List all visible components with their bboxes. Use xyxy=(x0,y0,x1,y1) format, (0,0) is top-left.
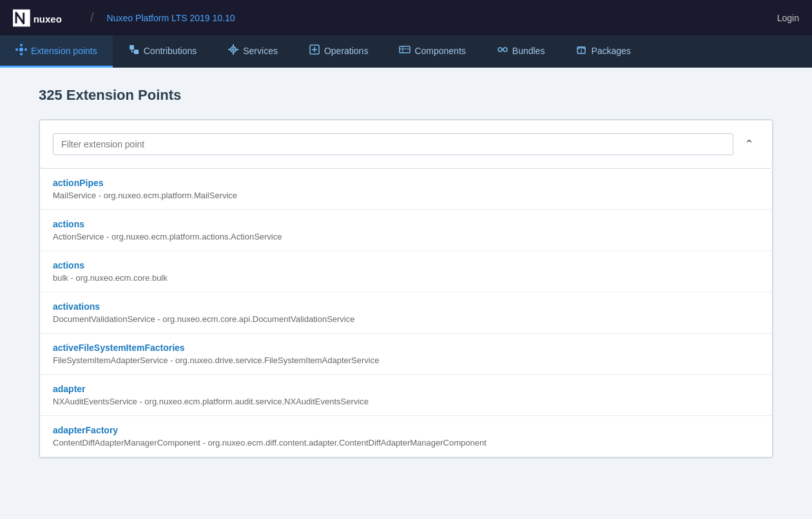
extension-point-description: FileSystemItemAdapterService - org.nuxeo… xyxy=(53,355,759,365)
tab-services-label: Services xyxy=(243,46,278,56)
filter-row: ⌃ xyxy=(53,133,759,155)
extension-point-description: NXAuditEventsService - org.nuxeo.ecm.pla… xyxy=(53,397,759,406)
components-icon xyxy=(399,44,411,58)
extension-point-name[interactable]: actions xyxy=(53,219,759,229)
svg-point-23 xyxy=(498,48,502,52)
list-item[interactable]: actionsActionService - org.nuxeo.ecm.pla… xyxy=(40,210,772,251)
tab-extension-points[interactable]: Extension points xyxy=(0,35,113,68)
extension-point-name[interactable]: activeFileSystemItemFactories xyxy=(53,343,759,353)
svg-point-5 xyxy=(15,48,18,51)
tab-contributions[interactable]: Contributions xyxy=(113,35,213,68)
extension-point-description: ContentDiffAdapterManagerComponent - org… xyxy=(53,438,759,448)
svg-point-12 xyxy=(232,48,235,51)
tab-services[interactable]: Services xyxy=(212,35,293,68)
extension-point-description: MailService - org.nuxeo.ecm.platform.Mai… xyxy=(53,191,759,200)
extension-point-description: DocumentValidationService - org.nuxeo.ec… xyxy=(53,314,759,324)
tab-bundles-label: Bundles xyxy=(512,46,545,56)
tab-packages-label: Packages xyxy=(591,46,630,56)
bundles-icon xyxy=(497,44,508,58)
login-button[interactable]: Login xyxy=(777,13,799,23)
svg-point-24 xyxy=(503,48,507,52)
extension-points-icon xyxy=(15,44,27,58)
svg-point-2 xyxy=(19,48,23,52)
list-item[interactable]: actionPipesMailService - org.nuxeo.ecm.p… xyxy=(40,169,772,210)
extension-points-list: actionPipesMailService - org.nuxeo.ecm.p… xyxy=(39,169,773,458)
svg-text:nuxeo: nuxeo xyxy=(34,13,62,24)
list-item[interactable]: adapterNXAuditEventsService - org.nuxeo.… xyxy=(40,375,772,416)
extension-points-card: ⌃ actionPipesMailService - org.nuxeo.ecm… xyxy=(39,119,773,458)
extension-point-name[interactable]: actions xyxy=(53,260,759,270)
filter-input[interactable] xyxy=(53,133,733,155)
svg-rect-20 xyxy=(400,46,410,53)
breadcrumb-separator: / xyxy=(90,10,94,25)
page-title: 325 Extension Points xyxy=(39,87,773,104)
extension-point-description: bulk - org.nuxeo.ecm.core.bulk xyxy=(53,273,759,283)
extension-point-name[interactable]: activations xyxy=(53,301,759,312)
svg-point-6 xyxy=(24,48,27,51)
svg-rect-7 xyxy=(130,45,134,50)
navbar: nuxeo / Nuxeo Platform LTS 2019 10.10 Lo… xyxy=(0,0,812,35)
tab-bundles[interactable]: Bundles xyxy=(481,35,561,68)
svg-rect-8 xyxy=(134,50,139,54)
list-item[interactable]: activeFileSystemItemFactoriesFileSystemI… xyxy=(40,334,772,375)
extension-point-description: ActionService - org.nuxeo.ecm.platform.a… xyxy=(53,232,759,241)
logo[interactable]: nuxeo xyxy=(13,8,77,28)
svg-point-4 xyxy=(20,53,23,55)
list-item[interactable]: adapterFactoryContentDiffAdapterManagerC… xyxy=(40,416,772,457)
services-icon xyxy=(227,44,239,58)
packages-icon xyxy=(575,44,587,58)
tab-packages[interactable]: Packages xyxy=(560,35,646,68)
operations-icon xyxy=(309,44,320,58)
filter-container: ⌃ xyxy=(39,120,773,169)
breadcrumb-link[interactable]: Nuxeo Platform LTS 2019 10.10 xyxy=(107,13,235,23)
extension-point-name[interactable]: actionPipes xyxy=(53,178,759,188)
svg-point-3 xyxy=(20,44,23,46)
tab-operations-label: Operations xyxy=(324,46,368,56)
tab-components[interactable]: Components xyxy=(383,35,481,68)
extension-point-name[interactable]: adapterFactory xyxy=(53,425,759,435)
list-item[interactable]: activationsDocumentValidationService - o… xyxy=(40,292,772,334)
list-item[interactable]: actionsbulk - org.nuxeo.ecm.core.bulk xyxy=(40,251,772,292)
tab-navigation: Extension points Contributions Services xyxy=(0,35,812,68)
filter-chevron-icon[interactable]: ⌃ xyxy=(739,134,759,155)
contributions-icon xyxy=(128,44,140,58)
tab-components-label: Components xyxy=(414,46,465,56)
extension-point-name[interactable]: adapter xyxy=(53,384,759,394)
tab-operations[interactable]: Operations xyxy=(293,35,383,68)
tab-extension-points-label: Extension points xyxy=(31,46,97,56)
tab-contributions-label: Contributions xyxy=(144,46,197,56)
main-content: 325 Extension Points ⌃ actionPipesMailSe… xyxy=(0,68,812,478)
